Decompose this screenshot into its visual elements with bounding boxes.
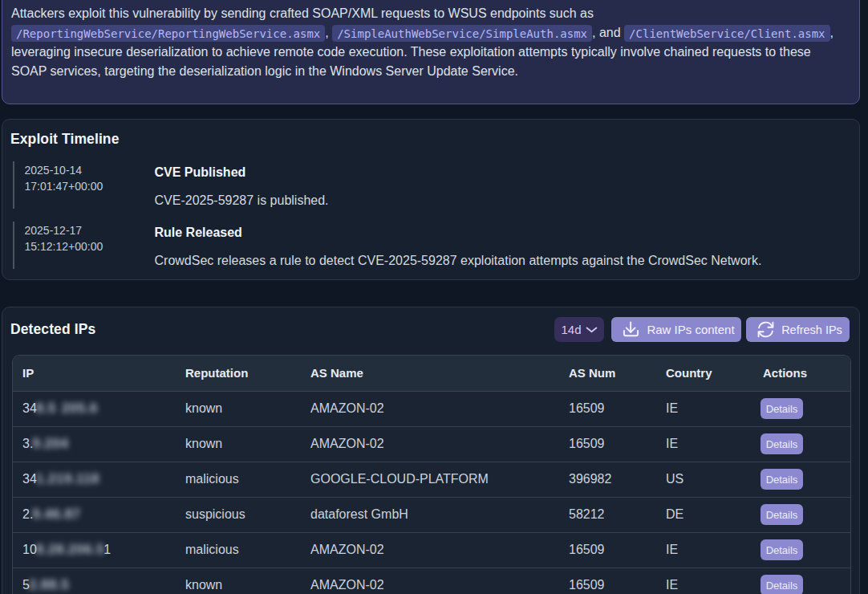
table-row: 52.88.5knownAMAZON-0216509IEDetails — [13, 568, 850, 594]
timeline-entry-description: CrowdSec releases a rule to detect CVE-2… — [155, 252, 762, 269]
cell-as-name: AMAZON-02 — [301, 568, 559, 594]
redacted-ip-segment: 8.28.206.5 — [36, 542, 104, 557]
detected-ips-controls: 14d Raw IPs content — [554, 317, 850, 342]
endpoint-code: /ClientWebService/Client.asmx — [624, 25, 829, 42]
detected-ips-table-container: IPReputationAS NameAS NumCountryActions … — [12, 355, 851, 594]
endpoint-code: /SimpleAuthWebService/SimpleAuth.asmx — [332, 25, 592, 42]
details-button[interactable]: Details — [761, 539, 803, 560]
cell-country: DE — [656, 497, 753, 532]
cell-country: IE — [656, 391, 753, 426]
timeline-entry: 2025-10-1417:01:47+00:00 CVE Published C… — [13, 161, 850, 209]
details-button[interactable]: Details — [761, 398, 803, 419]
cell-ip: 108.28.206.51 — [13, 532, 176, 568]
cell-country: IE — [656, 532, 753, 568]
redacted-ip-segment: 1.219.118 — [36, 471, 99, 486]
cell-as-name: dataforest GmbH — [301, 497, 559, 532]
redacted-ip-segment: 8.5 — [36, 401, 56, 416]
column-header-ip: IP — [13, 356, 176, 391]
timeline-entries: 2025-10-1417:01:47+00:00 CVE Published C… — [12, 161, 850, 269]
cell-actions: Details — [753, 391, 850, 426]
refresh-ips-button[interactable]: Refresh IPs — [746, 317, 850, 342]
cell-country: IE — [656, 568, 753, 594]
cell-as-num: 396982 — [559, 462, 656, 497]
table-header-row: IPReputationAS NameAS NumCountryActions — [13, 356, 850, 391]
cell-as-name: AMAZON-02 — [301, 391, 559, 426]
timeline-entry-content: Rule Released CrowdSec releases a rule t… — [155, 222, 762, 269]
detected-ips-table: IPReputationAS NameAS NumCountryActions … — [13, 356, 850, 594]
redacted-ip-segment: 2.88.5 — [29, 577, 69, 592]
vulnerability-overview-card: Attackers exploit this vulnerability by … — [2, 0, 860, 104]
exploit-timeline-title: Exploit Timeline — [10, 131, 850, 148]
cell-actions: Details — [753, 497, 850, 532]
vulnerability-description: Attackers exploit this vulnerability by … — [11, 4, 849, 81]
column-header-as-name: AS Name — [301, 356, 559, 391]
table-row: 341.219.118maliciousGOOGLE-CLOUD-PLATFOR… — [13, 462, 850, 497]
cell-reputation: known — [176, 391, 301, 426]
page: Attackers exploit this vulnerability by … — [0, 0, 868, 594]
cell-as-num: 16509 — [559, 426, 656, 462]
cell-as-name: GOOGLE-CLOUD-PLATFORM — [301, 462, 559, 497]
refresh-icon — [757, 321, 774, 338]
cell-actions: Details — [753, 426, 850, 462]
timeline-entry-date: 2025-12-1715:12:12+00:00 — [25, 222, 155, 269]
details-button[interactable]: Details — [761, 433, 803, 454]
table-row: 348.5 205.6knownAMAZON-0216509IEDetails — [13, 391, 850, 426]
column-header-country: Country — [656, 356, 753, 391]
raw-ips-content-button[interactable]: Raw IPs content — [611, 317, 741, 342]
details-button[interactable]: Details — [761, 469, 803, 490]
cell-ip: 52.88.5 — [13, 568, 176, 594]
details-button[interactable]: Details — [761, 575, 803, 594]
redacted-ip-segment: 205.6 — [62, 401, 98, 416]
timeline-entry-title: CVE Published — [155, 161, 329, 181]
table-row: 108.28.206.51maliciousAMAZON-0216509IEDe… — [13, 532, 850, 568]
cell-country: US — [656, 462, 753, 497]
cell-ip: 348.5 205.6 — [13, 391, 176, 426]
timeline-entry-content: CVE Published CVE-2025-59287 is publishe… — [155, 161, 329, 209]
period-dropdown[interactable]: 14d — [554, 317, 604, 342]
timeline-entry-description: CVE-2025-59287 is published. — [155, 192, 329, 209]
cell-reputation: known — [176, 426, 301, 462]
refresh-ips-label: Refresh IPs — [781, 323, 842, 336]
timeline-entry: 2025-12-1715:12:12+00:00 Rule Released C… — [13, 222, 850, 269]
cell-as-num: 16509 — [559, 568, 656, 594]
column-header-as-num: AS Num — [559, 356, 656, 391]
ip-text: 34 — [22, 472, 37, 486]
detected-ips-header: Detected IPs 14d Raw IPs content — [12, 317, 850, 342]
cell-as-name: AMAZON-02 — [301, 532, 559, 568]
cell-actions: Details — [753, 532, 850, 568]
exploit-timeline-card: Exploit Timeline 2025-10-1417:01:47+00:0… — [2, 119, 860, 280]
table-body: 348.5 205.6knownAMAZON-0216509IEDetails3… — [13, 391, 850, 594]
cell-as-num: 58212 — [559, 497, 656, 532]
timeline-entry-date: 2025-10-1417:01:47+00:00 — [25, 161, 155, 209]
cell-as-num: 16509 — [559, 532, 656, 568]
cell-as-num: 16509 — [559, 391, 656, 426]
redacted-ip-segment: 9.204 — [32, 436, 68, 451]
table-row: 2.9.46.87suspiciousdataforest GmbH58212D… — [13, 497, 850, 532]
cell-actions: Details — [753, 568, 850, 594]
cell-ip: 2.9.46.87 — [13, 497, 176, 532]
cell-actions: Details — [753, 462, 850, 497]
ip-text: 10 — [22, 543, 37, 556]
timeline-entry-title: Rule Released — [155, 222, 762, 241]
cell-reputation: malicious — [176, 532, 301, 568]
table-row: 3.9.204knownAMAZON-0216509IEDetails — [13, 426, 850, 462]
endpoint-code: /ReportingWebService/ReportingWebService… — [11, 25, 325, 42]
cell-country: IE — [656, 426, 753, 462]
cell-reputation: malicious — [176, 462, 301, 497]
download-icon — [623, 321, 639, 338]
chevron-down-icon — [586, 327, 598, 333]
column-header-reputation: Reputation — [176, 356, 301, 391]
cell-reputation: known — [176, 568, 301, 594]
period-value: 14d — [561, 323, 581, 336]
ip-text: 1 — [103, 543, 111, 556]
details-button[interactable]: Details — [761, 504, 803, 525]
raw-ips-content-label: Raw IPs content — [647, 323, 734, 336]
ip-text: 34 — [22, 401, 37, 415]
cell-ip: 341.219.118 — [13, 462, 176, 497]
detected-ips-title: Detected IPs — [10, 321, 95, 338]
cell-as-name: AMAZON-02 — [301, 426, 559, 462]
redacted-ip-segment: 9.46.87 — [32, 507, 80, 522]
detected-ips-card: Detected IPs 14d Raw IPs content — [2, 307, 860, 594]
cell-reputation: suspicious — [176, 497, 301, 532]
column-header-actions: Actions — [753, 356, 850, 391]
